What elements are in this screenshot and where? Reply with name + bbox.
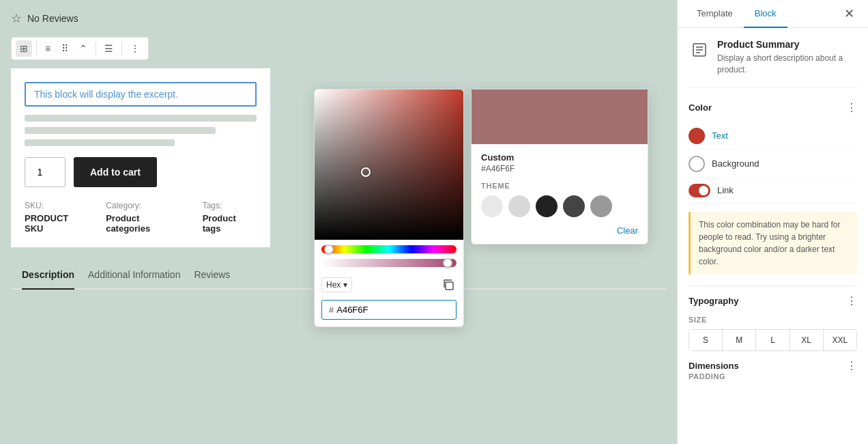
background-color-swatch [689, 156, 705, 172]
toolbar-separator-1 [36, 42, 37, 55]
block-toolbar: ⊞ ≡ ⠿ ⌃ ☰ ⋮ [11, 37, 149, 60]
page-title: No Reviews [27, 13, 78, 24]
product-actions: 1 Add to cart [25, 157, 257, 187]
custom-label: Custom [481, 152, 638, 163]
color-gradient-area[interactable] [315, 89, 464, 240]
arrows-btn[interactable]: ⌃ [75, 40, 91, 57]
swatch-white[interactable] [481, 195, 503, 217]
placeholder-lines [25, 115, 257, 146]
list-view-btn[interactable]: ≡ [41, 40, 55, 57]
add-to-cart-button[interactable]: Add to cart [74, 157, 157, 187]
block-info-desc: Display a short description about a prod… [717, 53, 857, 76]
product-summary-icon [689, 39, 710, 61]
sku-value: PRODUCT SKU [25, 213, 89, 234]
link-color-swatch [689, 184, 710, 197]
typography-section-header: Typography ⋮ [689, 294, 857, 307]
size-xxl-button[interactable]: XXL [824, 330, 856, 350]
opacity-slider[interactable] [321, 259, 457, 267]
swatch-black[interactable] [536, 195, 558, 217]
block-info-text: Product Summary Display a short descript… [717, 39, 857, 76]
tags-value: Product tags [203, 213, 257, 234]
theme-picker-body: Custom #A46F6F THEME Clear [472, 144, 648, 244]
category-label: Category: [106, 201, 186, 210]
category-meta: Category: Product categories [106, 201, 186, 234]
hex-input[interactable] [336, 305, 391, 315]
size-l-button[interactable]: L [756, 330, 790, 350]
opacity-thumb[interactable] [443, 258, 452, 268]
placeholder-line-2 [25, 127, 216, 134]
swatch-light-gray[interactable] [508, 195, 530, 217]
svg-rect-0 [446, 282, 453, 290]
section-divider-typography [689, 286, 857, 286]
color-format-row: Hex ▾ [315, 273, 463, 297]
background-color-label: Background [712, 158, 759, 169]
sidebar-content: Product Summary Display a short descript… [678, 28, 868, 391]
block-info-title: Product Summary [717, 39, 857, 50]
color-section-header: Color ⋮ [689, 101, 857, 114]
clear-btn-row: Clear [481, 225, 638, 236]
typography-section-title: Typography [689, 296, 738, 306]
swatch-medium-gray[interactable] [590, 195, 612, 217]
gradient-canvas [315, 89, 464, 240]
dimensions-section-more[interactable]: ⋮ [846, 359, 857, 372]
tab-reviews[interactable]: Reviews [194, 261, 230, 290]
typography-section: Typography ⋮ SIZE S M L XL XXL [689, 294, 857, 351]
hex-hash: # [329, 305, 334, 315]
color-option-text[interactable]: Text [689, 122, 857, 150]
color-warning-box: This color combination may be hard for p… [689, 212, 857, 275]
product-meta: SKU: PRODUCT SKU Category: Product categ… [25, 201, 257, 234]
tab-description[interactable]: Description [22, 261, 74, 290]
color-section: Color ⋮ Text Background Link This color … [689, 101, 857, 275]
sidebar-tabs: Template Block ✕ [678, 0, 868, 28]
custom-color-preview [472, 89, 648, 144]
tab-template[interactable]: Template [686, 0, 744, 28]
hex-input-container: # [321, 300, 457, 320]
hue-slider[interactable] [321, 245, 457, 253]
star-icon: ☆ [11, 11, 22, 26]
size-xl-button[interactable]: XL [790, 330, 824, 350]
theme-picker-popup: Custom #A46F6F THEME Clear [471, 89, 648, 245]
dimensions-section-header: Dimensions ⋮ [689, 359, 857, 372]
clear-button[interactable]: Clear [617, 225, 638, 236]
text-color-label: Text [712, 130, 728, 141]
tags-meta: Tags: Product tags [203, 201, 257, 234]
excerpt-block: This block will display the excerpt. [25, 82, 257, 107]
tags-label: Tags: [203, 201, 257, 210]
align-btn[interactable]: ☰ [100, 40, 117, 57]
tab-block[interactable]: Block [744, 0, 787, 28]
hex-format-selector[interactable]: Hex ▾ [321, 277, 352, 292]
typography-section-more[interactable]: ⋮ [846, 294, 857, 307]
color-section-more[interactable]: ⋮ [846, 101, 857, 114]
toolbar-separator-3 [121, 42, 122, 55]
color-warning-text: This color combination may be hard for p… [699, 220, 840, 266]
color-option-link[interactable]: Link [689, 178, 857, 204]
size-m-button[interactable]: M [723, 330, 756, 350]
copy-to-clipboard-button[interactable] [440, 277, 457, 293]
color-option-background[interactable]: Background [689, 150, 857, 178]
hue-thumb[interactable] [324, 245, 334, 254]
swatch-dark-gray[interactable] [563, 195, 585, 217]
dimensions-section-title: Dimensions [689, 361, 739, 371]
theme-section-label: THEME [481, 182, 638, 190]
chevron-down-icon: ▾ [343, 280, 347, 290]
drag-handle-btn[interactable]: ⠿ [57, 40, 72, 57]
color-picker-popup: Hex ▾ # [314, 89, 464, 327]
link-color-label: Link [717, 185, 734, 195]
color-section-title: Color [689, 102, 712, 113]
close-sidebar-button[interactable]: ✕ [839, 0, 860, 27]
tab-additional-info[interactable]: Additional Information [88, 261, 180, 290]
sku-label: SKU: [25, 201, 89, 210]
placeholder-line-1 [25, 115, 257, 122]
excerpt-text: This block will display the excerpt. [34, 89, 178, 100]
size-label: SIZE [689, 316, 857, 324]
hex-format-label: Hex [326, 280, 341, 290]
more-btn[interactable]: ⋮ [126, 40, 144, 57]
block-toggle-btn[interactable]: ⊞ [16, 40, 32, 57]
placeholder-line-3 [25, 139, 175, 146]
size-s-button[interactable]: S [689, 330, 723, 350]
quantity-input[interactable]: 1 [25, 157, 66, 187]
sidebar: Template Block ✕ Product Summary Display… [677, 0, 868, 444]
toolbar-separator-2 [96, 42, 96, 55]
product-area: This block will display the excerpt. 1 A… [11, 68, 270, 247]
theme-swatches [481, 195, 638, 217]
